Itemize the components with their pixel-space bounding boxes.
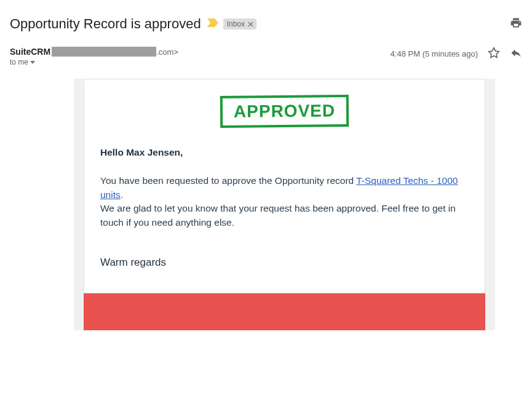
email-text-2: We are glad to let you know that your re…: [100, 203, 456, 227]
svg-marker-3: [30, 61, 35, 64]
star-icon[interactable]: [488, 47, 500, 61]
svg-marker-0: [207, 18, 218, 27]
recipient-label: to me: [10, 58, 28, 66]
sender-email-redacted: [52, 47, 156, 57]
print-icon[interactable]: [510, 17, 522, 31]
svg-marker-4: [489, 48, 499, 58]
reply-icon[interactable]: [510, 47, 522, 61]
inbox-label-chip[interactable]: Inbox: [223, 18, 256, 30]
sender-line: SuiteCRM .com>: [10, 47, 391, 57]
importance-flag-icon: [207, 18, 218, 30]
remove-label-icon[interactable]: [247, 20, 255, 28]
recipient-dropdown[interactable]: to me: [10, 58, 391, 66]
email-footer-bar: [84, 293, 485, 330]
timestamp: 4:48 PM (5 minutes ago): [391, 49, 478, 58]
email-subject: Opportunity Record is approved: [10, 16, 201, 32]
approved-stamp: APPROVED: [220, 95, 349, 128]
email-body-container: APPROVED Hello Max Jensen, You have been…: [74, 79, 495, 330]
email-paragraph: You have been requested to approve the O…: [100, 174, 469, 229]
email-text-1a: You have been requested to approve the O…: [100, 175, 356, 186]
sender-name: SuiteCRM: [10, 47, 50, 57]
chevron-down-icon: [30, 58, 35, 66]
email-text-1b: .: [121, 189, 123, 200]
email-signoff: Warm regards: [100, 255, 469, 271]
email-greeting: Hello Max Jensen,: [100, 146, 469, 159]
inbox-label-text: Inbox: [227, 20, 245, 28]
sender-email-suffix: .com>: [156, 47, 178, 57]
email-card: APPROVED Hello Max Jensen, You have been…: [84, 79, 485, 293]
